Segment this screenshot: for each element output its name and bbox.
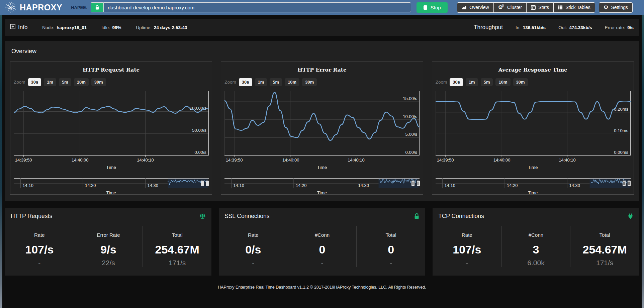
x-axis-title: Time [436, 165, 630, 171]
zoom-button-10m[interactable]: 10m [285, 78, 299, 86]
metric-label: Rate [433, 232, 501, 238]
svg-text:14:20: 14:20 [296, 183, 307, 188]
stop-button[interactable]: Stop [417, 2, 448, 13]
range-selector-handle-left[interactable] [201, 181, 204, 186]
info-items: Node: haproxy18_01Idle: 99%Uptime: 24 da… [27, 24, 187, 30]
metric-value: 9/s [74, 243, 143, 256]
zoom-button-30s[interactable]: 30s [450, 78, 463, 86]
svg-text:14:30: 14:30 [148, 183, 159, 188]
nav-button-label: Stick Tables [565, 5, 590, 10]
throughput-item-error-rate: Error rate: 9/s [605, 25, 634, 30]
nav-button-cluster[interactable]: ⚙⚙Cluster [493, 2, 527, 13]
metric-sub-value: - [288, 259, 357, 267]
svg-text:14:40:10: 14:40:10 [559, 158, 576, 163]
zoom-button-1m[interactable]: 1m [255, 78, 267, 86]
card-title: TCP Connections [438, 213, 484, 220]
svg-text:14:40:00: 14:40:00 [72, 158, 89, 163]
svg-text:14:10: 14:10 [234, 183, 245, 188]
range-selector-handle-right[interactable] [206, 181, 209, 186]
nav-button-label: Stats [538, 5, 549, 10]
zoom-button-1m[interactable]: 1m [466, 78, 478, 86]
chart-plot-http-request-rate[interactable]: 14:39:5014:40:0014:40:10100.00/s50.00/s0… [14, 91, 208, 165]
zoom-button-30m[interactable]: 30m [91, 78, 106, 86]
grid-icon [558, 5, 563, 10]
throughput-items: In: 136.51kb/sOut: 474.33kb/sError rate:… [503, 24, 634, 30]
charts-row: HTTP Request RateZoom30s1m5m10m30m14:39:… [10, 62, 634, 195]
metric-label: Rate [219, 232, 288, 238]
metric-label: Rate [5, 232, 74, 238]
metric-sub-value: - [357, 259, 425, 267]
info-item-idle: Idle: 99% [101, 25, 121, 30]
svg-text:5.00/s: 5.00/s [405, 132, 418, 137]
metric-sub-value: - [219, 259, 288, 267]
summary-cards-row: HTTP RequestsRate107/s-Error Rate9/s22/s… [5, 208, 639, 276]
svg-text:15.00/s: 15.00/s [403, 96, 418, 101]
info-item-uptime: Uptime: 24 days 2:53:43 [136, 25, 187, 30]
metric-sub-value: - [5, 259, 74, 267]
metric-label: #Conn [502, 232, 570, 238]
zoom-label: Zoom [14, 80, 25, 85]
lock-icon [91, 2, 103, 12]
range-selector-handle-left[interactable] [623, 181, 626, 186]
range-selector[interactable]: 14:1014:2014:30 [14, 178, 208, 190]
nav-button-stick-tables[interactable]: Stick Tables [553, 2, 595, 13]
svg-text:14:30: 14:30 [358, 183, 369, 188]
card-body: Rate107/s-#Conn36.00kTotal254.67M171/s [433, 224, 639, 276]
url-group [91, 2, 411, 12]
card-ssl-connections: SSL ConnectionsRate0/s-#Conn0-Total0- [219, 208, 425, 276]
gears-icon: ⚙⚙ [498, 5, 504, 10]
zoom-button-30m[interactable]: 30m [513, 78, 528, 86]
metric-sub-value: 6.00k [502, 259, 570, 267]
card-body: Rate0/s-#Conn0-Total0- [219, 224, 425, 276]
metric-value: 254.67M [570, 243, 639, 256]
range-selector-handle-right[interactable] [417, 181, 420, 186]
range-selector[interactable]: 14:1014:2014:30 [436, 178, 630, 190]
card-header: TCP Connections [433, 208, 639, 224]
card-title: HTTP Requests [11, 213, 52, 220]
zoom-button-5m[interactable]: 5m [270, 78, 282, 86]
card-http-requests: HTTP RequestsRate107/s-Error Rate9/s22/s… [5, 208, 211, 276]
chart-plot-http-error-rate[interactable]: 14:39:5014:40:0014:40:1015.00/s10.00/s5.… [224, 91, 419, 165]
card-body: Rate107/s-Error Rate9/s22/sTotal254.67M1… [5, 224, 211, 276]
metric-value: 0 [357, 243, 425, 256]
footer-copyright: HAProxy Enterprise Real Time Dashboard v… [2, 276, 642, 290]
chart-panel-average-response-time: Average Response TimeZoom30s1m5m10m30m14… [432, 62, 634, 195]
info-toggle[interactable]: Info [10, 24, 27, 31]
metric-value: 3 [502, 243, 570, 256]
metric-value: 0/s [219, 243, 288, 256]
metric-value: 254.67M [143, 243, 211, 256]
nav-button-stats[interactable]: Stats [526, 2, 554, 13]
zoom-button-30s[interactable]: 30s [28, 78, 41, 86]
chart-plot-average-response-time[interactable]: 14:39:5014:40:0014:40:100.20ms0.10ms0.00… [436, 91, 630, 165]
range-selector-handle-right[interactable] [628, 181, 631, 186]
brand[interactable]: HAPROXY [5, 1, 62, 13]
svg-text:14:39:50: 14:39:50 [437, 158, 454, 163]
zoom-button-30s[interactable]: 30s [239, 78, 252, 86]
svg-text:10.00/s: 10.00/s [403, 114, 418, 119]
range-selector[interactable]: 14:1014:2014:30 [224, 178, 419, 190]
brand-title: HAPROXY [20, 3, 62, 12]
range-selector-handle-left[interactable] [411, 181, 415, 186]
svg-text:14:10: 14:10 [22, 183, 33, 188]
range-selector-axis-title: Time [14, 190, 208, 195]
dashboard-url-input[interactable] [103, 2, 411, 12]
metric-label: Total [143, 232, 211, 238]
zoom-controls: Zoom30s1m5m10m30m [436, 78, 630, 86]
nav-button-overview[interactable]: Overview [457, 2, 493, 13]
zoom-button-5m[interactable]: 5m [59, 78, 71, 86]
metric-total: Total254.67M171/s [570, 226, 639, 267]
svg-text:0.00/s: 0.00/s [195, 150, 207, 155]
settings-button[interactable]: ⚙ Settings [599, 2, 633, 13]
metric-label: Total [570, 232, 639, 238]
zoom-button-30m[interactable]: 30m [302, 78, 317, 86]
hapee-label: HAPEE: [71, 5, 87, 10]
zoom-button-10m[interactable]: 10m [495, 78, 510, 86]
svg-text:14:30: 14:30 [569, 183, 580, 188]
metric-error-rate: Error Rate9/s22/s [74, 226, 143, 267]
overview-panel: Overview HTTP Request RateZoom30s1m5m10m… [5, 41, 639, 201]
zoom-button-1m[interactable]: 1m [44, 78, 56, 86]
metric-sub-value: 171/s [570, 259, 639, 267]
chart-panel-http-request-rate: HTTP Request RateZoom30s1m5m10m30m14:39:… [10, 62, 212, 195]
zoom-button-5m[interactable]: 5m [481, 78, 493, 86]
zoom-button-10m[interactable]: 10m [74, 78, 89, 86]
